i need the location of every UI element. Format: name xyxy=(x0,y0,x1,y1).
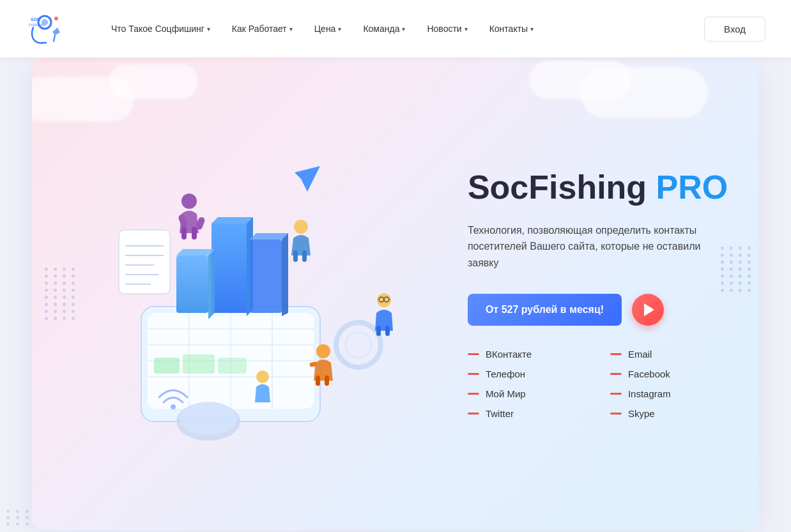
svg-rect-20 xyxy=(211,224,247,313)
svg-rect-50 xyxy=(376,326,381,336)
nav-item-how-works[interactable]: Как Работает ▾ xyxy=(223,19,302,39)
feature-skype: Skype xyxy=(610,408,733,419)
svg-text:FISHING: FISHING xyxy=(29,23,45,27)
hero-card: for(let i=0;i<32;i++) document.currentSc… xyxy=(32,57,759,530)
svg-rect-14 xyxy=(154,358,180,374)
feature-dash xyxy=(610,413,622,414)
svg-rect-39 xyxy=(181,227,187,239)
svg-rect-21 xyxy=(176,255,208,313)
svg-marker-23 xyxy=(208,249,215,319)
svg-text:SOC: SOC xyxy=(31,17,40,22)
svg-rect-24 xyxy=(250,239,282,313)
nav-item-price[interactable]: Цена ▾ xyxy=(305,19,351,39)
logo-icon: SOC FISHING xyxy=(26,10,64,48)
svg-rect-53 xyxy=(316,376,320,386)
feature-dash xyxy=(468,393,479,395)
chevron-down-icon: ▾ xyxy=(207,26,210,33)
hero-text-area: SocFishing PRO Технология, позволяющая о… xyxy=(455,169,733,420)
chevron-down-icon: ▾ xyxy=(402,26,405,33)
feature-instagram: Instagram xyxy=(610,388,733,399)
svg-point-37 xyxy=(180,402,237,435)
svg-marker-25 xyxy=(250,233,288,239)
feature-twitter: Twitter xyxy=(468,408,591,419)
feature-phone: Телефон xyxy=(468,369,591,379)
chevron-down-icon: ▾ xyxy=(289,26,293,33)
chevron-down-icon: ▾ xyxy=(465,26,468,33)
hero-subtitle: Технология, позволяющая определить конта… xyxy=(468,222,733,271)
hero-svg xyxy=(65,128,422,460)
svg-point-38 xyxy=(181,194,197,209)
svg-point-4 xyxy=(54,17,58,20)
svg-point-35 xyxy=(346,332,371,358)
svg-rect-51 xyxy=(385,326,390,336)
cta-button[interactable]: От 527 рублей в месяц! xyxy=(468,294,622,326)
hero-illustration xyxy=(58,115,429,473)
svg-point-34 xyxy=(336,323,381,367)
feature-dash xyxy=(610,353,622,355)
cta-area: От 527 рублей в месяц! xyxy=(468,294,733,326)
feature-email: Email xyxy=(610,349,733,360)
nav-item-news[interactable]: Новости ▾ xyxy=(418,19,476,39)
feature-vkontakte: ВКонтакте xyxy=(468,349,591,360)
dot-grid-right: for(let i=0;i<28;i++) document.currentSc… xyxy=(721,247,753,292)
svg-rect-54 xyxy=(325,376,329,386)
svg-rect-15 xyxy=(183,354,215,374)
svg-rect-40 xyxy=(192,227,197,239)
svg-rect-45 xyxy=(302,250,307,262)
cloud-decoration-2 xyxy=(109,64,198,99)
feature-dash xyxy=(468,373,479,375)
page-wrapper: for(let i=0;i<20;i++) document.currentSc… xyxy=(0,0,791,532)
play-button[interactable] xyxy=(632,294,664,326)
svg-point-33 xyxy=(171,404,176,409)
hero-section: for(let i=0;i<32;i++) document.currentSc… xyxy=(32,57,759,530)
svg-point-52 xyxy=(316,344,330,358)
feature-dash xyxy=(468,413,479,414)
hero-content: SocFishing PRO Технология, позволяющая о… xyxy=(32,89,759,498)
svg-marker-18 xyxy=(211,217,253,224)
logo[interactable]: SOC FISHING xyxy=(26,10,64,48)
nav-item-contacts[interactable]: Контакты ▾ xyxy=(480,19,542,39)
main-nav: Что Такое Соцфишинг ▾ Как Работает ▾ Цен… xyxy=(102,19,704,39)
header: SOC FISHING Что Такое Соцфишинг ▾ Как Ра… xyxy=(0,0,791,57)
svg-point-43 xyxy=(294,220,308,234)
chevron-down-icon: ▾ xyxy=(338,26,341,33)
svg-point-56 xyxy=(256,370,269,383)
hero-title: SocFishing PRO xyxy=(468,169,733,207)
svg-rect-44 xyxy=(293,250,298,262)
feature-dash xyxy=(610,373,622,375)
feature-facebook: Facebook xyxy=(610,369,733,379)
cloud-decoration-4 xyxy=(529,61,631,99)
svg-rect-16 xyxy=(218,358,247,374)
feature-myworld: Мой Мир xyxy=(468,388,591,399)
nav-item-socfishing[interactable]: Что Такое Соцфишинг ▾ xyxy=(102,19,219,39)
feature-dash xyxy=(610,393,622,395)
svg-marker-26 xyxy=(282,233,288,316)
feature-dash xyxy=(468,353,479,355)
svg-marker-22 xyxy=(176,249,215,255)
login-button[interactable]: Вход xyxy=(704,17,765,42)
nav-item-team[interactable]: Команда ▾ xyxy=(354,19,414,39)
features-grid: ВКонтакте Email Телефон Facebook xyxy=(468,349,733,419)
chevron-down-icon: ▾ xyxy=(530,26,534,33)
